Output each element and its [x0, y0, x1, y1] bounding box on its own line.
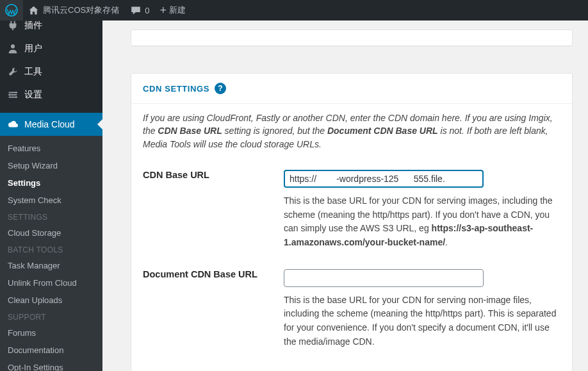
document-cdn-description: This is the base URL for your CDN for se… — [284, 293, 560, 349]
section-description: If you are using CloudFront, Fastly or a… — [131, 104, 572, 153]
document-cdn-base-url-input[interactable] — [284, 269, 484, 287]
help-icon[interactable]: ? — [215, 83, 226, 94]
document-cdn-base-url-row: Document CDN Base URL This is the base U… — [131, 252, 572, 352]
desc-part: setting is ignored, but the — [222, 126, 327, 136]
cdn-settings-header: CDN SETTINGS ? — [131, 74, 572, 104]
plugin-icon — [6, 21, 19, 32]
wordpress-icon — [5, 4, 18, 17]
svg-point-6 — [8, 94, 10, 96]
settings-icon — [6, 88, 19, 101]
comments-count: 0 — [145, 6, 149, 15]
admin-sidebar: 插件 用户 工具 设置 Media Cloud Features Setup W… — [0, 21, 102, 371]
main-content: CDN SETTINGS ? If you are using CloudFro… — [102, 21, 588, 371]
sidebar-label: 设置 — [24, 89, 42, 101]
cdn-base-url-input[interactable] — [284, 170, 484, 188]
submenu-features[interactable]: Features — [0, 140, 102, 157]
new-label: 新建 — [169, 4, 186, 16]
submenu-unlink[interactable]: Unlink From Cloud — [0, 274, 102, 292]
submenu-heading-support: SUPPORT — [0, 309, 102, 324]
svg-rect-2 — [9, 92, 16, 94]
sidebar-item-plugins[interactable]: 插件 — [0, 21, 102, 37]
sidebar-item-tools[interactable]: 工具 — [0, 60, 102, 83]
tools-icon — [6, 65, 19, 78]
cdn-settings-card: CDN SETTINGS ? If you are using CloudFro… — [131, 73, 573, 371]
submenu-optin[interactable]: Opt-In Settings — [0, 359, 102, 371]
comments-link[interactable]: 0 — [124, 0, 154, 21]
users-icon — [6, 42, 19, 55]
svg-point-7 — [15, 96, 17, 98]
admin-bar: 腾讯云COS对象存储 0 + 新建 — [0, 0, 588, 21]
site-title: 腾讯云COS对象存储 — [43, 4, 119, 16]
wp-logo[interactable] — [0, 0, 23, 21]
plus-icon: + — [159, 4, 167, 16]
previous-section-card-edge — [131, 29, 573, 46]
sidebar-label: Media Cloud — [24, 119, 75, 129]
submenu-cloud-storage[interactable]: Cloud Storage — [0, 224, 102, 242]
desc-part: . — [445, 237, 448, 247]
comment-icon — [129, 5, 142, 16]
svg-rect-3 — [10, 94, 17, 95]
submenu-task-manager[interactable]: Task Manager — [0, 257, 102, 274]
sidebar-label: 用户 — [24, 43, 42, 54]
submenu-forums[interactable]: Forums — [0, 324, 102, 342]
sidebar-item-settings[interactable]: 设置 — [0, 83, 102, 106]
sidebar-item-users[interactable]: 用户 — [0, 37, 102, 60]
desc-bold: Document CDN Base URL — [327, 126, 438, 136]
cdn-base-url-label: CDN Base URL — [143, 170, 284, 250]
submenu-setup-wizard[interactable]: Setup Wizard — [0, 157, 102, 174]
site-link[interactable]: 腾讯云COS对象存储 — [23, 0, 124, 21]
section-title-text: CDN SETTINGS — [143, 84, 209, 94]
sidebar-label: 工具 — [24, 66, 42, 78]
cdn-base-url-description: This is the base URL for your CDN for se… — [284, 194, 560, 250]
new-content-link[interactable]: + 新建 — [154, 0, 191, 21]
svg-rect-4 — [9, 97, 16, 98]
submenu-heading-batch: BATCH TOOLS — [0, 242, 102, 257]
submenu-documentation[interactable]: Documentation — [0, 342, 102, 359]
svg-point-5 — [15, 92, 17, 94]
submenu-clean-uploads[interactable]: Clean Uploads — [0, 292, 102, 309]
cloud-icon — [6, 118, 19, 131]
submenu-system-check[interactable]: System Check — [0, 192, 102, 209]
document-cdn-base-url-label: Document CDN Base URL — [143, 269, 284, 349]
submenu-heading-settings: SETTINGS — [0, 209, 102, 224]
desc-bold: CDN Base URL — [158, 126, 222, 136]
sidebar-item-media-cloud[interactable]: Media Cloud — [0, 113, 102, 136]
sidebar-label: 插件 — [24, 21, 42, 31]
cdn-base-url-row: CDN Base URL This is the base URL for yo… — [131, 153, 572, 252]
home-icon — [28, 5, 39, 16]
svg-point-1 — [11, 44, 15, 48]
submenu-settings[interactable]: Settings — [0, 174, 102, 192]
media-cloud-submenu: Features Setup Wizard Settings System Ch… — [0, 136, 102, 371]
